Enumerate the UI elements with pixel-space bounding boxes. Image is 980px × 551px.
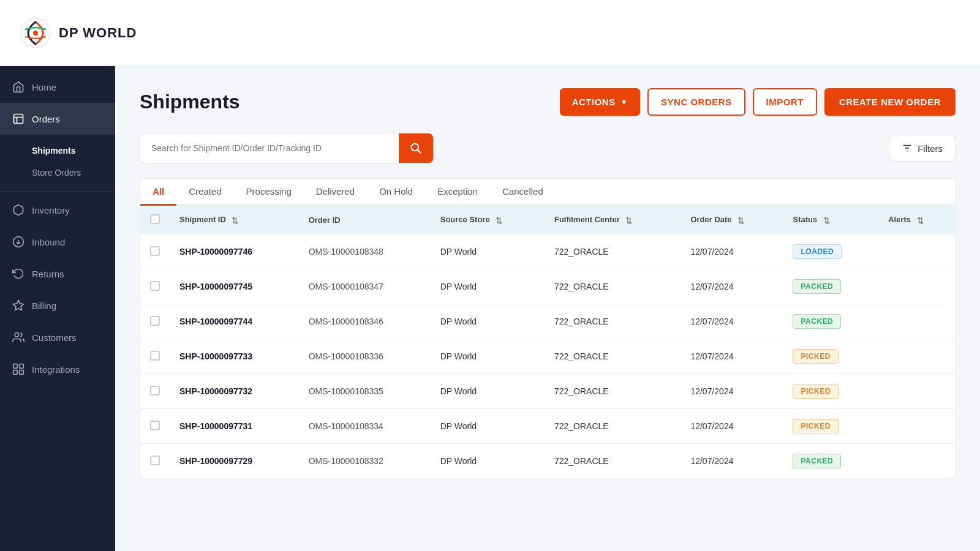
tab-exception[interactable]: Exception <box>425 179 490 206</box>
row-checkbox[interactable] <box>150 351 160 361</box>
row-checkbox-cell <box>140 269 170 304</box>
select-all-checkbox[interactable] <box>150 214 160 224</box>
status-badge: PICKED <box>793 384 838 399</box>
cell-alerts <box>878 444 955 479</box>
cell-shipment-id: SHP-10000097729 <box>170 444 299 479</box>
sidebar-item-inventory[interactable]: Inventory <box>0 194 115 226</box>
status-badge: PACKED <box>793 454 841 468</box>
svg-point-6 <box>15 333 19 337</box>
cell-source-store: DP World <box>431 234 545 269</box>
cell-order-id: OMS-10000108346 <box>299 304 431 339</box>
sync-orders-button[interactable]: SYNC ORDERS <box>647 88 745 116</box>
table-scroll: Shipment ID ⇅ Order ID Source Store ⇅ <box>140 206 955 479</box>
filter-icon <box>902 143 913 154</box>
cell-order-date: 12/07/2024 <box>680 374 783 409</box>
search-button[interactable] <box>399 133 433 163</box>
col-order-id: Order ID <box>299 206 431 234</box>
sort-fulfilment-center-icon[interactable]: ⇅ <box>625 216 632 225</box>
sidebar-item-billing[interactable]: Billing <box>0 290 115 321</box>
table-row[interactable]: SHP-10000097733 OMS-10000108336 DP World… <box>140 339 955 374</box>
table-row[interactable]: SHP-10000097731 OMS-10000108334 DP World… <box>140 409 955 444</box>
sidebar: Home Orders Shipments Store Orders Inven… <box>0 66 115 551</box>
billing-icon <box>12 299 24 312</box>
cell-order-date: 12/07/2024 <box>680 339 783 374</box>
sidebar-item-inbound[interactable]: Inbound <box>0 226 115 258</box>
cell-order-id: OMS-10000108348 <box>299 234 431 269</box>
tab-created[interactable]: Created <box>176 179 233 206</box>
create-new-order-button[interactable]: CREATE NEW ORDER <box>824 88 956 116</box>
svg-rect-9 <box>13 370 18 375</box>
cell-shipment-id: SHP-10000097744 <box>170 304 299 339</box>
chevron-down-icon: ▼ <box>620 98 628 107</box>
sidebar-item-orders[interactable]: Orders <box>0 103 115 135</box>
sidebar-item-orders-label: Orders <box>32 114 60 124</box>
cell-fulfilment-center: 722_ORACLE <box>545 409 680 444</box>
cell-source-store: DP World <box>431 339 545 374</box>
cell-alerts <box>878 269 955 304</box>
sidebar-item-home[interactable]: Home <box>0 71 115 103</box>
svg-rect-7 <box>13 364 18 369</box>
cell-status: PACKED <box>783 304 878 339</box>
logo-text: DP WORLD <box>59 25 137 41</box>
search-input[interactable] <box>140 135 399 162</box>
tab-cancelled[interactable]: Cancelled <box>490 179 556 206</box>
import-button[interactable]: IMPORT <box>753 88 817 116</box>
search-icon <box>410 142 422 154</box>
sidebar-item-integrations-label: Integrations <box>32 364 80 375</box>
col-order-date: Order Date ⇅ <box>680 206 783 234</box>
cell-alerts <box>878 234 955 269</box>
cell-fulfilment-center: 722_ORACLE <box>545 444 680 479</box>
table-row[interactable]: SHP-10000097744 OMS-10000108346 DP World… <box>140 304 955 339</box>
table-row[interactable]: SHP-10000097745 OMS-10000108347 DP World… <box>140 269 955 304</box>
page-title: Shipments <box>140 91 240 113</box>
logo: DP WORLD <box>20 17 137 49</box>
row-checkbox[interactable] <box>150 316 160 326</box>
sidebar-item-returns[interactable]: Returns <box>0 258 115 290</box>
header-actions: ACTIONS ▼ SYNC ORDERS IMPORT CREATE NEW … <box>560 88 956 116</box>
tab-processing[interactable]: Processing <box>234 179 304 206</box>
cell-source-store: DP World <box>431 304 545 339</box>
actions-label: ACTIONS <box>572 97 616 107</box>
header-checkbox-cell <box>140 206 170 234</box>
sidebar-item-customers[interactable]: Customers <box>0 321 115 353</box>
customers-icon <box>12 331 24 343</box>
row-checkbox[interactable] <box>150 421 160 430</box>
row-checkbox[interactable] <box>150 246 160 256</box>
home-icon <box>12 81 24 93</box>
sort-order-date-icon[interactable]: ⇅ <box>737 216 744 225</box>
cell-source-store: DP World <box>431 269 545 304</box>
table-row[interactable]: SHP-10000097746 OMS-10000108348 DP World… <box>140 234 955 269</box>
row-checkbox[interactable] <box>150 281 160 291</box>
cell-shipment-id: SHP-10000097731 <box>170 409 299 444</box>
cell-shipment-id: SHP-10000097745 <box>170 269 299 304</box>
actions-button[interactable]: ACTIONS ▼ <box>560 88 640 116</box>
orders-icon <box>12 113 24 125</box>
sidebar-item-customers-label: Customers <box>32 332 77 343</box>
cell-source-store: DP World <box>431 374 545 409</box>
tab-all[interactable]: All <box>140 179 176 206</box>
sidebar-item-shipments[interactable]: Shipments <box>0 140 115 162</box>
row-checkbox[interactable] <box>150 455 160 465</box>
cell-order-date: 12/07/2024 <box>680 409 783 444</box>
tabs: AllCreatedProcessingDeliveredOn HoldExce… <box>140 179 955 206</box>
table-row[interactable]: SHP-10000097729 OMS-10000108332 DP World… <box>140 444 955 479</box>
cell-order-date: 12/07/2024 <box>680 304 783 339</box>
row-checkbox[interactable] <box>150 386 160 395</box>
table-row[interactable]: SHP-10000097732 OMS-10000108335 DP World… <box>140 374 955 409</box>
col-alerts: Alerts ⇅ <box>878 206 955 234</box>
sort-status-icon[interactable]: ⇅ <box>823 216 830 225</box>
inbound-icon <box>12 236 24 248</box>
sort-alerts-icon[interactable]: ⇅ <box>917 216 924 225</box>
status-badge: LOADED <box>793 244 842 259</box>
tab-delivered[interactable]: Delivered <box>304 179 367 206</box>
sidebar-item-home-label: Home <box>32 82 56 92</box>
filters-button[interactable]: Filters <box>889 135 956 162</box>
sort-shipment-id-icon[interactable]: ⇅ <box>232 216 238 225</box>
sidebar-item-integrations[interactable]: Integrations <box>0 353 115 385</box>
sidebar-item-store-orders[interactable]: Store Orders <box>0 162 115 184</box>
tab-on-hold[interactable]: On Hold <box>367 179 425 206</box>
orders-subitems: Shipments Store Orders <box>0 135 115 189</box>
cell-fulfilment-center: 722_ORACLE <box>545 374 680 409</box>
cell-source-store: DP World <box>431 409 545 444</box>
sort-source-store-icon[interactable]: ⇅ <box>496 216 502 225</box>
